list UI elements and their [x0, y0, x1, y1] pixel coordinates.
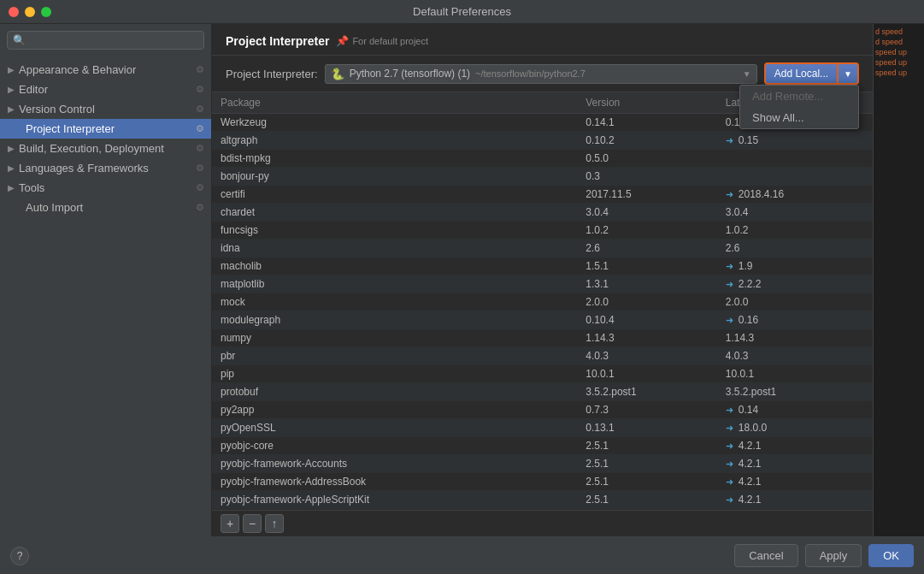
package-latest: 2.6: [717, 240, 873, 257]
sidebar-item-auto-import[interactable]: Auto Import⚙: [0, 198, 211, 217]
sidebar-item-tools[interactable]: ▶Tools⚙: [0, 178, 211, 198]
add-button-group: Add Local... ▼ Add Remote... Show All...: [764, 62, 859, 85]
close-button[interactable]: [9, 7, 19, 17]
terminal-line: speed up: [875, 48, 922, 56]
package-name: funcsigs: [212, 222, 577, 240]
upgrade-arrow-icon: ➜: [726, 494, 736, 505]
apply-button[interactable]: Apply: [805, 544, 862, 567]
remove-package-button[interactable]: −: [243, 514, 262, 533]
package-latest: ➜ 4.2.1: [717, 491, 873, 509]
gear-icon: ⚙: [196, 202, 204, 213]
table-row[interactable]: funcsigs1.0.21.0.2: [212, 222, 873, 240]
package-version: 0.14.1: [577, 114, 717, 132]
package-version: 0.3: [577, 168, 717, 186]
table-row[interactable]: pyOpenSSL0.13.1➜ 18.0.0: [212, 419, 873, 437]
upgrade-arrow-icon: ➜: [726, 135, 736, 145]
search-box[interactable]: 🔍: [7, 31, 204, 50]
upgrade-arrow-icon: ➜: [726, 423, 736, 433]
add-remote-menu-item[interactable]: Add Remote...: [740, 86, 858, 107]
package-latest: 2.0.0: [717, 293, 873, 311]
table-row[interactable]: chardet3.0.43.0.4: [212, 204, 873, 222]
table-row[interactable]: pyobjc-framework-Accounts2.5.1➜ 4.2.1: [212, 455, 873, 473]
package-name: matplotlib: [212, 275, 577, 293]
add-local-button[interactable]: Add Local...: [764, 62, 839, 85]
table-row[interactable]: bdist-mpkg0.5.0: [212, 150, 873, 168]
package-version: 10.0.1: [577, 365, 717, 383]
window-title: Default Preferences: [413, 5, 511, 18]
package-latest: [717, 150, 873, 168]
package-latest: 10.0.1: [717, 365, 873, 383]
package-version: 2.0.0: [577, 293, 717, 311]
ok-button[interactable]: OK: [868, 544, 914, 567]
package-latest: ➜ 4.2.1: [717, 473, 873, 491]
package-version: 3.5.2.post1: [577, 383, 717, 401]
search-input[interactable]: [29, 34, 198, 46]
upgrade-arrow-icon: ➜: [726, 189, 736, 199]
table-row[interactable]: certifi2017.11.5➜ 2018.4.16: [212, 186, 873, 204]
add-dropdown-menu: Add Remote... Show All...: [739, 85, 859, 129]
package-latest: 3.5.2.post1: [717, 383, 873, 401]
upgrade-arrow-icon: ➜: [726, 315, 736, 325]
sidebar-item-project-interpreter[interactable]: Project Interpreter⚙: [0, 119, 211, 139]
maximize-button[interactable]: [41, 7, 51, 17]
table-row[interactable]: pyobjc-framework-AppleScriptKit2.5.1➜ 4.…: [212, 491, 873, 509]
add-dropdown-arrow-button[interactable]: ▼: [839, 62, 859, 85]
table-row[interactable]: bonjour-py0.3: [212, 168, 873, 186]
show-all-menu-item[interactable]: Show All...: [740, 107, 858, 128]
package-version: 3.0.4: [577, 204, 717, 222]
package-name: pyobjc-framework-AppleScriptKit: [212, 491, 577, 509]
table-row[interactable]: idna2.62.6: [212, 240, 873, 257]
gear-icon: ⚙: [196, 182, 204, 193]
table-row[interactable]: pyobjc-core2.5.1➜ 4.2.1: [212, 437, 873, 455]
package-table-wrapper[interactable]: Package Version Latest Werkzeug0.14.10.1…: [212, 92, 873, 510]
python-icon: 🐍: [331, 68, 344, 80]
table-row[interactable]: modulegraph0.10.4➜ 0.16: [212, 311, 873, 329]
table-row[interactable]: pbr4.0.34.0.3: [212, 347, 873, 365]
package-name: chardet: [212, 204, 577, 222]
table-row[interactable]: py2app0.7.3➜ 0.14: [212, 401, 873, 419]
package-version: 2.6: [577, 240, 717, 257]
table-row[interactable]: macholib1.5.1➜ 1.9: [212, 257, 873, 275]
sidebar-item-languages[interactable]: ▶Languages & Frameworks⚙: [0, 158, 211, 178]
table-row[interactable]: mock2.0.02.0.0: [212, 293, 873, 311]
table-row[interactable]: altgraph0.10.2➜ 0.15: [212, 132, 873, 150]
table-row[interactable]: pyobjc-framework-AddressBook2.5.1➜ 4.2.1: [212, 473, 873, 491]
cancel-button[interactable]: Cancel: [734, 544, 797, 567]
footer: ? Cancel Apply OK: [0, 536, 924, 574]
search-icon: 🔍: [13, 34, 26, 46]
sidebar-item-editor[interactable]: ▶Editor⚙: [0, 80, 211, 99]
table-row[interactable]: matplotlib1.3.1➜ 2.2.2: [212, 275, 873, 293]
main-container: 🔍 ▶Appearance & Behavior⚙▶Editor⚙▶Versio…: [0, 24, 924, 536]
package-latest: [717, 168, 873, 186]
package-version: 2.5.1: [577, 473, 717, 491]
sidebar-item-label: Auto Import: [26, 201, 83, 214]
package-name: protobuf: [212, 383, 577, 401]
gear-icon: ⚙: [196, 104, 204, 115]
minimize-button[interactable]: [25, 7, 35, 17]
table-row[interactable]: pip10.0.110.0.1: [212, 365, 873, 383]
interpreter-row: Project Interpreter: 🐍 Python 2.7 (tenso…: [212, 56, 873, 92]
package-version: 2.5.1: [577, 491, 717, 509]
interpreter-select[interactable]: 🐍 Python 2.7 (tensorflow) (1) ~/tensorfl…: [325, 64, 757, 84]
gear-icon: ⚙: [196, 64, 204, 75]
sidebar-item-build-execution[interactable]: ▶Build, Execution, Deployment⚙: [0, 139, 211, 158]
package-name: certifi: [212, 186, 577, 204]
table-row[interactable]: protobuf3.5.2.post13.5.2.post1: [212, 383, 873, 401]
sidebar-item-label: Version Control: [19, 103, 95, 115]
package-name: pyobjc-framework-Accounts: [212, 455, 577, 473]
package-name: modulegraph: [212, 311, 577, 329]
table-row[interactable]: numpy1.14.31.14.3: [212, 329, 873, 347]
package-version: 2.5.1: [577, 455, 717, 473]
upgrade-package-button[interactable]: ↑: [265, 514, 284, 533]
add-package-button[interactable]: +: [221, 514, 239, 533]
window-controls: [9, 7, 51, 17]
package-version: 4.0.3: [577, 347, 717, 365]
package-version: 2017.11.5: [577, 186, 717, 204]
upgrade-arrow-icon: ➜: [726, 476, 736, 487]
help-button[interactable]: ?: [10, 547, 29, 565]
sidebar-item-appearance[interactable]: ▶Appearance & Behavior⚙: [0, 60, 211, 80]
package-name: pyobjc-framework-AddressBook: [212, 473, 577, 491]
sidebar-item-version-control[interactable]: ▶Version Control⚙: [0, 99, 211, 119]
content-area: Project Interpreter 📌 For default projec…: [212, 24, 873, 536]
sidebar-nav: ▶Appearance & Behavior⚙▶Editor⚙▶Version …: [0, 56, 211, 536]
